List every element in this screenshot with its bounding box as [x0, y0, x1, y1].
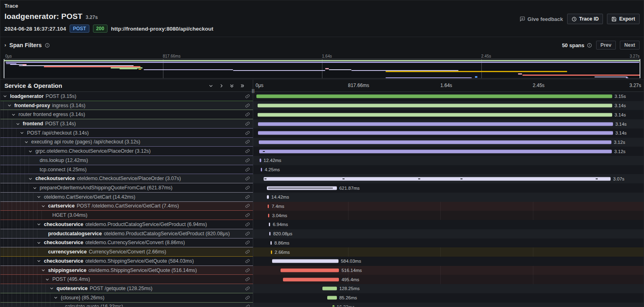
- span-duration-bar[interactable]: [259, 140, 611, 144]
- expand-chevron-icon[interactable]: [3, 94, 8, 98]
- expand-chevron-icon[interactable]: [20, 131, 25, 135]
- span-link-icon[interactable]: [245, 213, 250, 218]
- span-bar-cell[interactable]: 7.4ms: [253, 202, 644, 211]
- panel-resize-handle[interactable]: ||: [252, 89, 255, 93]
- span-link-icon[interactable]: [245, 121, 250, 126]
- span-name-cell[interactable]: {closure} (85.26ms): [0, 293, 253, 303]
- span-link-icon[interactable]: [245, 94, 250, 99]
- span-row[interactable]: grpc.oteldemo.CheckoutService/PlaceOrder…: [0, 147, 644, 156]
- span-link-icon[interactable]: [245, 139, 250, 144]
- span-bar-cell[interactable]: 3.14s: [253, 119, 644, 129]
- span-duration-bar[interactable]: [268, 214, 269, 217]
- span-name-cell[interactable]: checkoutserviceoteldemo.ShippingService/…: [0, 257, 253, 266]
- span-name-cell[interactable]: router frontend egress (3.14s): [0, 110, 253, 119]
- expand-chevron-icon[interactable]: [16, 122, 21, 126]
- span-name-cell[interactable]: executing api route (pages) /api/checkou…: [0, 138, 253, 147]
- span-name-cell[interactable]: prepareOrderItemsAndShippingQuoteFromCar…: [0, 183, 253, 193]
- span-link-icon[interactable]: [245, 131, 250, 135]
- viewport-left-handle[interactable]: [4, 59, 4, 78]
- span-name-cell[interactable]: quoteservicePOST /getquote (128.25ms): [0, 284, 253, 293]
- span-duration-bar[interactable]: [264, 177, 611, 180]
- span-row[interactable]: POST /api/checkout (3.14s)3.14s: [0, 129, 644, 138]
- chevron-right-icon[interactable]: [219, 83, 224, 88]
- span-name-cell[interactable]: grpc.oteldemo.CheckoutService/PlaceOrder…: [0, 147, 253, 156]
- span-duration-bar[interactable]: [267, 195, 269, 199]
- span-link-icon[interactable]: [245, 240, 250, 245]
- span-name-cell[interactable]: HGET (3.04ms): [0, 211, 253, 220]
- span-link-icon[interactable]: [245, 185, 250, 190]
- span-row[interactable]: checkoutserviceoteldemo.CurrencyService/…: [0, 239, 644, 248]
- chevron-down-icon[interactable]: [208, 83, 213, 88]
- span-row[interactable]: executing api route (pages) /api/checkou…: [0, 138, 644, 147]
- span-bar-cell[interactable]: 6.94ms: [253, 220, 644, 229]
- span-link-icon[interactable]: [245, 203, 250, 208]
- span-link-icon[interactable]: [245, 231, 250, 236]
- span-duration-bar[interactable]: [258, 104, 612, 108]
- span-link-icon[interactable]: [245, 176, 250, 181]
- span-duration-bar[interactable]: [283, 278, 339, 281]
- span-row[interactable]: cartservicePOST /oteldemo.CartService/Ge…: [0, 202, 644, 211]
- next-button[interactable]: Next: [620, 41, 640, 50]
- span-row[interactable]: tcp.connect (4.25ms)4.25ms: [0, 165, 644, 174]
- span-duration-bar[interactable]: [267, 186, 337, 190]
- expand-chevron-icon[interactable]: [37, 241, 42, 245]
- span-link-icon[interactable]: [245, 158, 250, 163]
- span-row[interactable]: frontend-proxyingress (3.14s)3.14s: [0, 101, 644, 110]
- minimap-canvas[interactable]: [4, 59, 640, 79]
- span-name-cell[interactable]: productcatalogserviceoteldemo.ProductCat…: [0, 229, 253, 239]
- span-link-icon[interactable]: [245, 268, 250, 273]
- span-name-cell[interactable]: checkoutserviceoteldemo.CheckoutService/…: [0, 174, 253, 183]
- span-row[interactable]: calculate-quote (16.33ms)16.33ms: [0, 303, 644, 307]
- prev-button[interactable]: Prev: [596, 41, 616, 50]
- span-row[interactable]: checkoutserviceoteldemo.ShippingService/…: [0, 257, 644, 266]
- span-name-cell[interactable]: shippingserviceoteldemo.ShippingService/…: [0, 266, 253, 275]
- span-link-icon[interactable]: [245, 304, 250, 307]
- expand-chevron-icon[interactable]: [37, 259, 42, 263]
- span-link-icon[interactable]: [245, 149, 250, 154]
- expand-chevron-icon[interactable]: [45, 277, 50, 282]
- span-row[interactable]: HGET (3.04ms)3.04ms: [0, 211, 644, 220]
- span-duration-bar[interactable]: [269, 223, 270, 226]
- span-row[interactable]: currencyserviceCurrencyService/Convert (…: [0, 247, 644, 257]
- span-link-icon[interactable]: [245, 259, 250, 263]
- span-row[interactable]: POST (495.4ms)495.4ms: [0, 275, 644, 284]
- span-row[interactable]: oteldemo.CartService/GetCart (14.42ms)14…: [0, 193, 644, 202]
- span-duration-bar[interactable]: [322, 287, 337, 290]
- expand-chevron-icon[interactable]: [11, 112, 17, 117]
- span-name-cell[interactable]: frontend-proxyingress (3.14s): [0, 101, 253, 110]
- span-bar-cell[interactable]: 16.33ms: [253, 303, 644, 307]
- span-duration-bar[interactable]: [281, 269, 339, 272]
- span-duration-bar[interactable]: [272, 259, 338, 263]
- span-bar-cell[interactable]: 584.03ms: [253, 257, 644, 266]
- span-link-icon[interactable]: [245, 222, 250, 227]
- span-link-icon[interactable]: [245, 295, 250, 300]
- span-duration-bar[interactable]: [260, 159, 261, 162]
- span-bar-cell[interactable]: 2.66ms: [253, 247, 644, 257]
- span-row[interactable]: frontendPOST (3.14s)3.14s: [0, 119, 644, 129]
- span-name-cell[interactable]: oteldemo.CartService/GetCart (14.42ms): [0, 193, 253, 202]
- span-link-icon[interactable]: [245, 103, 250, 108]
- double-chevron-right-icon[interactable]: [240, 83, 245, 88]
- span-duration-bar[interactable]: [268, 204, 269, 208]
- viewport-right-handle[interactable]: [640, 59, 640, 78]
- span-link-icon[interactable]: [245, 195, 250, 199]
- span-row[interactable]: loadgeneratorPOST (3.15s)3.15s: [0, 92, 644, 101]
- span-link-icon[interactable]: [245, 167, 250, 172]
- span-duration-bar[interactable]: [327, 296, 337, 300]
- span-bar-cell[interactable]: 4.25ms: [253, 165, 644, 174]
- span-link-icon[interactable]: [245, 277, 250, 282]
- span-link-icon[interactable]: [245, 112, 250, 117]
- export-button[interactable]: Export: [607, 14, 640, 24]
- expand-chevron-icon[interactable]: [37, 195, 42, 199]
- span-bar-cell[interactable]: 3.12s: [253, 138, 644, 147]
- span-duration-bar[interactable]: [332, 305, 334, 307]
- span-bar-cell[interactable]: 128.25ms: [253, 284, 644, 293]
- span-row[interactable]: checkoutserviceoteldemo.ProductCatalogSe…: [0, 220, 644, 229]
- expand-chevron-icon[interactable]: [33, 186, 38, 190]
- span-name-cell[interactable]: POST (495.4ms): [0, 275, 253, 284]
- span-bar-cell[interactable]: 3.04ms: [253, 211, 644, 220]
- span-bar-cell[interactable]: 621.87ms: [253, 183, 644, 193]
- span-duration-bar[interactable]: [259, 149, 612, 153]
- span-name-cell[interactable]: calculate-quote (16.33ms): [0, 303, 253, 307]
- span-row[interactable]: shippingserviceoteldemo.ShippingService/…: [0, 266, 644, 275]
